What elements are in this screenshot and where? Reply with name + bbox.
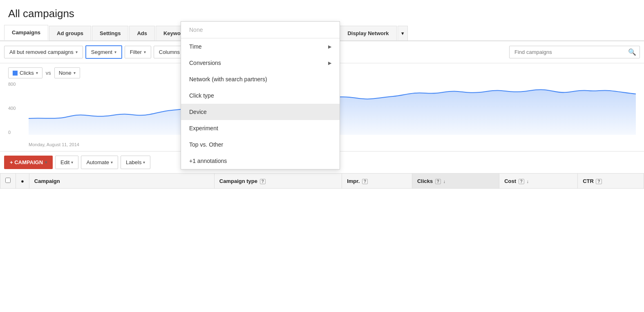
dropdown-network-label: Network (with search partners) (189, 76, 267, 82)
metric1-swatch (13, 71, 18, 76)
conversions-chevron: ▶ (328, 60, 331, 66)
dropdown-time-label: Time (189, 43, 202, 50)
filter-label: All but removed campaigns (9, 49, 74, 55)
vs-label: vs (46, 70, 51, 76)
segment-caret: ▾ (114, 50, 116, 54)
dropdown-none-label: None (189, 27, 203, 33)
metric2-label: None (59, 70, 72, 76)
tab-ad-groups[interactable]: Ad groups (49, 26, 91, 40)
segment-button[interactable]: Segment ▾ (85, 45, 122, 59)
th-ctr: CTR ? (578, 174, 644, 189)
dropdown-top-vs-other-label: Top vs. Other (189, 141, 223, 148)
automate-button[interactable]: Automate ▾ (81, 156, 118, 169)
automate-label: Automate (86, 159, 109, 165)
dropdown-item-top-vs-other[interactable]: Top vs. Other (181, 136, 340, 153)
impr-help[interactable]: ? (362, 179, 368, 184)
edit-label: Edit (60, 159, 69, 165)
columns-label: Columns (159, 49, 180, 55)
filter-button[interactable]: Filter ▾ (125, 46, 151, 58)
clicks-label: Clicks (417, 178, 433, 184)
cost-help[interactable]: ? (519, 179, 524, 184)
chart-y-labels: 800 400 0 (8, 82, 16, 135)
edit-caret: ▾ (71, 160, 73, 165)
y-label-400: 400 (8, 106, 16, 111)
metric1-button[interactable]: Clicks ▾ (8, 67, 42, 78)
filter-btn-label: Filter (130, 49, 142, 55)
metric1-label: Clicks (20, 70, 34, 76)
dropdown-conversions-label: Conversions (189, 60, 221, 66)
add-campaign-label: + CAMPAIGN (10, 159, 43, 165)
ctr-label: CTR (583, 178, 594, 184)
select-all-checkbox[interactable] (5, 178, 11, 183)
cost-sort-arrow[interactable]: ↓ (526, 179, 529, 184)
status-dot-header: ● (21, 178, 24, 184)
segment-label: Segment (91, 49, 112, 55)
search-box: 🔍 (509, 46, 640, 58)
cost-label: Cost (504, 178, 516, 184)
clicks-sort-arrow[interactable]: ↓ (443, 179, 446, 184)
th-cost: Cost ? ↓ (499, 174, 578, 189)
table-area: ● Campaign Campaign type ? Impr. ? Click… (0, 173, 644, 189)
dropdown-item-click-type[interactable]: Click type (181, 87, 340, 104)
segment-dropdown: None Time ▶ Conversions ▶ Network (with … (181, 21, 340, 169)
labels-button[interactable]: Labels ▾ (121, 156, 150, 169)
add-campaign-button[interactable]: + CAMPAIGN ▾ (4, 156, 53, 169)
tab-display-network[interactable]: Display Network (340, 26, 396, 40)
automate-caret: ▾ (111, 160, 113, 165)
impr-label: Impr. (347, 178, 360, 184)
y-label-0: 0 (8, 130, 16, 135)
metric2-button[interactable]: None ▾ (54, 67, 80, 78)
th-status: ● (16, 174, 29, 189)
filter-caret: ▾ (76, 50, 78, 54)
dropdown-item-conversions[interactable]: Conversions ▶ (181, 55, 340, 71)
dropdown-item-network[interactable]: Network (with search partners) (181, 71, 340, 87)
campaigns-table: ● Campaign Campaign type ? Impr. ? Click… (0, 173, 644, 189)
tab-ads[interactable]: Ads (129, 26, 155, 40)
chart-date-label: Monday, August 11, 2014 (29, 142, 79, 147)
dropdown-plus1-label: +1 annotations (189, 158, 227, 164)
table-header-row: ● Campaign Campaign type ? Impr. ? Click… (0, 174, 644, 189)
clicks-help[interactable]: ? (435, 179, 441, 184)
tab-campaigns[interactable]: Campaigns (4, 25, 48, 40)
y-label-800: 800 (8, 82, 16, 87)
filter-btn-caret: ▾ (144, 50, 146, 54)
ctr-help[interactable]: ? (596, 179, 602, 184)
tab-more-button[interactable]: ▾ (398, 26, 408, 40)
tab-settings[interactable]: Settings (92, 26, 128, 40)
dropdown-device-label: Device (189, 109, 207, 115)
search-icon[interactable]: 🔍 (628, 48, 636, 56)
metric2-caret: ▾ (74, 71, 76, 75)
labels-label: Labels (126, 159, 141, 165)
dropdown-item-time[interactable]: Time ▶ (181, 38, 340, 55)
add-campaign-caret: ▾ (45, 160, 47, 165)
th-impr: Impr. ? (342, 174, 412, 189)
labels-caret: ▾ (143, 160, 145, 165)
dropdown-item-device[interactable]: Device (181, 104, 340, 120)
dropdown-item-none[interactable]: None (181, 22, 340, 38)
dropdown-experiment-label: Experiment (189, 125, 218, 131)
edit-button[interactable]: Edit ▾ (55, 156, 78, 169)
dropdown-click-type-label: Click type (189, 92, 214, 99)
metric1-caret: ▾ (36, 71, 38, 75)
filter-campaigns-button[interactable]: All but removed campaigns ▾ (4, 46, 83, 58)
campaign-type-help[interactable]: ? (260, 179, 266, 184)
th-campaign[interactable]: Campaign (29, 174, 214, 189)
dropdown-item-plus1[interactable]: +1 annotations (181, 153, 340, 169)
dropdown-item-experiment[interactable]: Experiment (181, 120, 340, 136)
time-chevron: ▶ (328, 44, 331, 49)
campaign-type-label: Campaign type (219, 178, 257, 184)
th-checkbox (0, 174, 16, 189)
th-campaign-type: Campaign type ? (214, 174, 342, 189)
th-clicks: Clicks ? ↓ (412, 174, 499, 189)
search-input[interactable] (513, 46, 628, 58)
